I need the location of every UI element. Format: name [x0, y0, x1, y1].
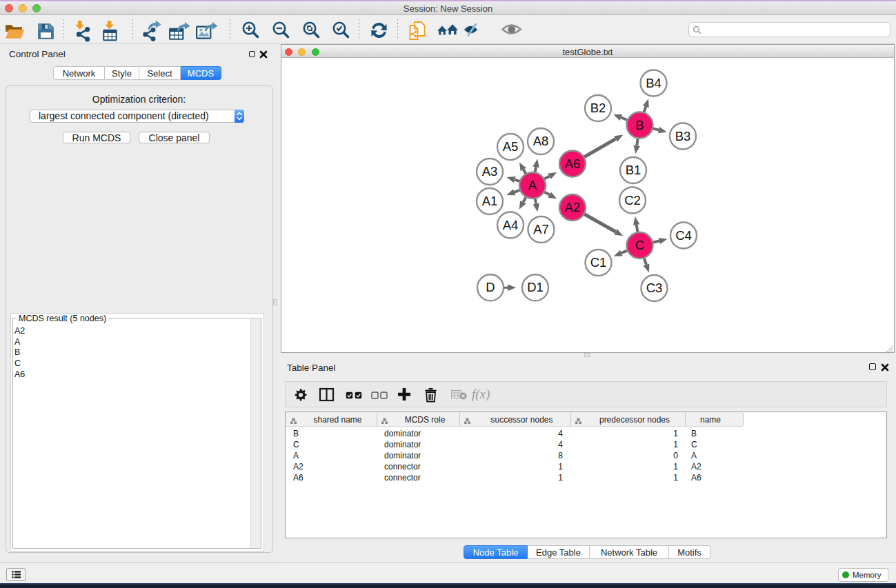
svg-text:A8: A8: [533, 134, 549, 148]
svg-text:A5: A5: [503, 139, 519, 154]
svg-text:A: A: [528, 178, 537, 192]
svg-text:D1: D1: [527, 280, 544, 294]
svg-text:A1: A1: [482, 194, 498, 208]
svg-text:A3: A3: [482, 164, 498, 179]
svg-text:A6: A6: [565, 156, 581, 171]
svg-text:B: B: [635, 118, 644, 132]
svg-text:B3: B3: [675, 129, 691, 143]
svg-text:A2: A2: [565, 200, 581, 214]
svg-text:C: C: [635, 238, 644, 252]
svg-text:B4: B4: [646, 76, 661, 90]
svg-text:B1: B1: [626, 163, 641, 177]
svg-text:C1: C1: [590, 255, 607, 270]
svg-text:C2: C2: [624, 193, 641, 207]
svg-text:B2: B2: [590, 101, 606, 115]
svg-text:C3: C3: [646, 281, 663, 295]
svg-text:C4: C4: [675, 228, 692, 243]
svg-text:D: D: [486, 280, 495, 294]
svg-text:A7: A7: [533, 222, 549, 236]
svg-text:A4: A4: [503, 218, 519, 232]
